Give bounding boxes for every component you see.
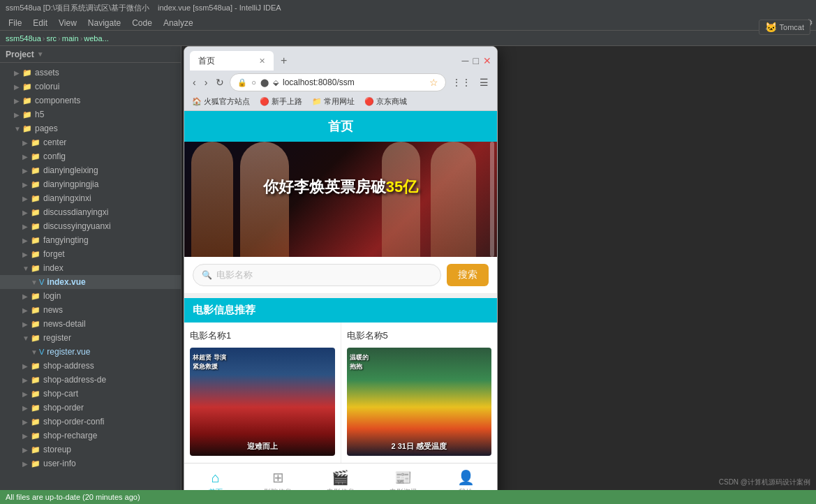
sidebar-item-shop-order-confi[interactable]: ▶📁shop-order-confi — [0, 415, 181, 429]
menu-view[interactable]: View — [53, 15, 82, 30]
sidebar-item-center[interactable]: ▶📁center — [0, 135, 181, 149]
tree-item-label: shop-order-confi — [43, 417, 104, 427]
close-icon[interactable]: ✕ — [483, 55, 491, 66]
sidebar-item-index[interactable]: ▼📁index — [0, 261, 181, 275]
tree-item-label: shop-order — [43, 403, 84, 413]
folder-icon: 📁 — [22, 68, 32, 77]
app-header-title: 首页 — [328, 119, 353, 133]
minimize-icon[interactable]: ─ — [462, 55, 469, 66]
search-button[interactable]: 搜索 — [447, 264, 489, 286]
sidebar-item-dianyingleixing[interactable]: ▶📁dianyingleixing — [0, 163, 181, 177]
ide-menubar: File Edit View Navigate Code Analyze ⚙ 🐱… — [0, 15, 816, 31]
search-box[interactable]: 🔍 电影名称 — [193, 264, 441, 286]
new-tab-button[interactable]: + — [276, 54, 291, 67]
sidebar-item-discussyingyuanxi[interactable]: ▶📁discussyingyuanxi — [0, 219, 181, 233]
nav-item-0[interactable]: ⌂ 首页 — [184, 464, 247, 491]
breadcrumb-item-1[interactable]: src — [46, 34, 57, 43]
folder-icon: 📁 — [31, 320, 40, 329]
extensions-button[interactable]: ⋮⋮ — [449, 75, 474, 89]
tree-item-label: dianyingleixing — [43, 165, 98, 175]
bookmark-item-1[interactable]: 🔴新手上路 — [258, 96, 304, 108]
folder-icon: 📁 — [31, 236, 40, 245]
nav-item-4[interactable]: 👤 我的 — [434, 464, 497, 490]
browser-tab-active[interactable]: 首页 ✕ — [190, 51, 274, 71]
bookmark-label-1: 新手上路 — [272, 96, 302, 107]
folder-arrow-icon: ▶ — [22, 167, 31, 175]
tab-title: 首页 — [198, 55, 215, 67]
sidebar-item-colorui[interactable]: ▶📁colorui — [0, 80, 181, 94]
sidebar-item-index-vue[interactable]: ▼Vindex.vue — [0, 275, 181, 289]
tab-close-icon[interactable]: ✕ — [259, 57, 265, 66]
sidebar-item-news-detail[interactable]: ▶📁news-detail — [0, 317, 181, 331]
sidebar-item-shop-address[interactable]: ▶📁shop-address — [0, 359, 181, 373]
sidebar-item-discussdianyingxi[interactable]: ▶📁discussdianyingxi — [0, 205, 181, 219]
sidebar-item-shop-recharge[interactable]: ▶📁shop-recharge — [0, 429, 181, 443]
sidebar-item-dianyingxinxi[interactable]: ▶📁dianyingxinxi — [0, 191, 181, 205]
movie-grid: 电影名称1 林超贤 导演紧急救援 迎难而上 电影名称5 温暖的抱抱 2 31日 … — [184, 323, 497, 463]
project-label: Project — [6, 50, 34, 59]
forward-button[interactable]: › — [202, 75, 211, 89]
menu-code[interactable]: Code — [126, 15, 158, 30]
sidebar-item-register-vue[interactable]: ▼Vregister.vue — [0, 345, 181, 359]
sidebar-item-user-info[interactable]: ▶📁user-info — [0, 457, 181, 470]
vue-file-icon: V — [39, 278, 44, 286]
sidebar-item-dianyingpingjia[interactable]: ▶📁dianyingpingjia — [0, 177, 181, 191]
bookmark-item-2[interactable]: 📁常用网址 — [310, 96, 357, 108]
sidebar-item-config[interactable]: ▶📁config — [0, 149, 181, 163]
bookmark-item-3[interactable]: 🔴京东商城 — [362, 96, 409, 108]
bookmark-star-icon[interactable]: ☆ — [429, 77, 438, 88]
back-button[interactable]: ‹ — [190, 75, 199, 89]
menu-edit[interactable]: Edit — [27, 15, 53, 30]
folder-arrow-icon: ▶ — [22, 432, 31, 440]
sidebar-item-register[interactable]: ▼📁register — [0, 331, 181, 345]
bookmark-item-0[interactable]: 🏠火狐官方站点 — [190, 96, 252, 108]
section-header: 电影信息推荐 — [184, 298, 497, 323]
folder-arrow-icon: ▶ — [22, 237, 31, 244]
sidebar-item-components[interactable]: ▶📁components — [0, 94, 181, 108]
tree-item-label: components — [35, 96, 80, 105]
sidebar-item-news[interactable]: ▶📁news — [0, 303, 181, 317]
menu-file[interactable]: File — [3, 15, 27, 30]
tree-item-label: dianyingpingjia — [43, 179, 98, 189]
sidebar-tree[interactable]: ▶📁assets▶📁colorui▶📁components▶📁h5▼📁pages… — [0, 63, 181, 490]
menu-navigate[interactable]: Navigate — [82, 15, 126, 30]
movie-card-0[interactable]: 电影名称1 林超贤 导演紧急救援 迎难而上 — [184, 323, 341, 463]
main-area: Project ▼ ▶📁assets▶📁colorui▶📁components▶… — [0, 46, 816, 490]
nav-label-2: 电影信息 — [327, 487, 355, 490]
folder-arrow-icon: ▼ — [22, 334, 31, 342]
bookmarks-bar: 🏠火狐官方站点🔴新手上路📁常用网址🔴京东商城 — [184, 94, 497, 111]
sidebar-item-assets[interactable]: ▶📁assets — [0, 66, 181, 80]
sidebar-item-storeup[interactable]: ▶📁storeup — [0, 443, 181, 457]
sidebar-item-shop-order[interactable]: ▶📁shop-order — [0, 401, 181, 415]
browser-menu-button[interactable]: ☰ — [477, 75, 491, 89]
sidebar-item-shop-cart[interactable]: ▶📁shop-cart — [0, 387, 181, 401]
maximize-icon[interactable]: □ — [473, 55, 479, 66]
menu-analyze[interactable]: Analyze — [158, 15, 199, 30]
browser-addressbar: ‹ › ↻ 🔒 ○ ⬤ ⬙ localhost:8080/ssm ☆ ⋮⋮ ☰ — [184, 71, 497, 94]
sidebar-item-forget[interactable]: ▶📁forget — [0, 247, 181, 261]
refresh-button[interactable]: ↻ — [213, 75, 227, 89]
sidebar-item-shop-address-de[interactable]: ▶📁shop-address-de — [0, 373, 181, 387]
breadcrumb-item-0[interactable]: ssm548ua — [6, 34, 41, 43]
movie-title-1: 电影名称5 — [347, 329, 492, 342]
nav-item-1[interactable]: ⊞ 影院信息 — [247, 464, 310, 490]
sidebar-item-login[interactable]: ▶📁login — [0, 289, 181, 303]
nav-item-3[interactable]: 📰 电影资讯 — [372, 464, 435, 490]
movie-card-1[interactable]: 电影名称5 温暖的抱抱 2 31日 感受温度 — [341, 323, 498, 463]
sidebar-item-pages[interactable]: ▼📁pages — [0, 121, 181, 135]
folder-arrow-icon: ▶ — [22, 446, 31, 454]
tree-item-label: shop-cart — [43, 389, 78, 399]
sidebar-item-fangyingting[interactable]: ▶📁fangyingting — [0, 233, 181, 247]
address-field[interactable]: 🔒 ○ ⬤ ⬙ localhost:8080/ssm ☆ — [230, 73, 446, 91]
folder-icon: 📁 — [31, 459, 40, 468]
sidebar-item-h5[interactable]: ▶📁h5 — [0, 108, 181, 121]
nav-item-2[interactable]: 🎬 电影信息 — [309, 464, 372, 490]
breadcrumb-item-2[interactable]: main — [62, 34, 79, 43]
nav-label-1: 影院信息 — [264, 487, 292, 490]
tomcat-button[interactable]: 🐱 Tomcat — [759, 20, 810, 35]
breadcrumb-item-3[interactable]: weba... — [84, 34, 108, 43]
browser-window-controls: ─ □ ✕ — [462, 55, 491, 66]
folder-arrow-icon: ▶ — [22, 209, 31, 216]
folder-icon: 📁 — [31, 334, 40, 343]
bookmark-icon-0: 🏠 — [192, 97, 202, 106]
